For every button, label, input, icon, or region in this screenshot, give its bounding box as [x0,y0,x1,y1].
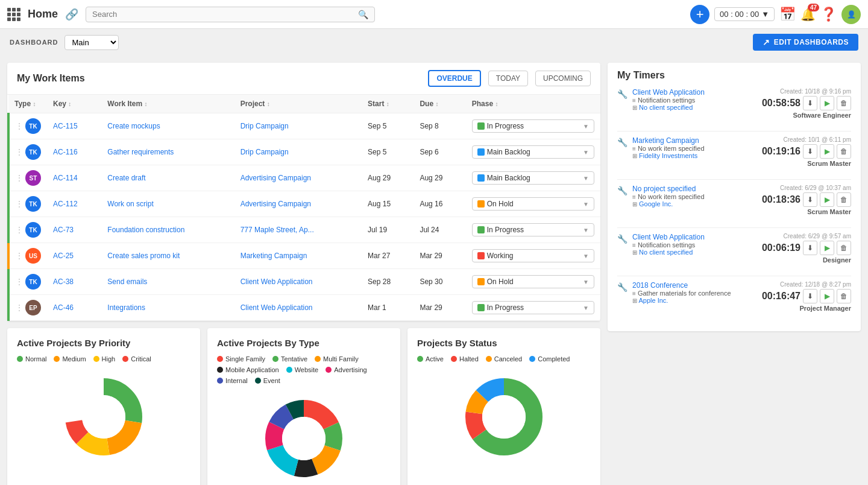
col-key[interactable]: Key ↕ [47,95,101,113]
drag-handle[interactable]: ⋮ [16,303,23,312]
row-project[interactable]: Drip Campaign [241,122,289,130]
row-project[interactable]: Advertising Campaign [241,174,311,182]
drag-handle[interactable]: ⋮ [16,174,23,182]
link-icon[interactable]: 🔗 [65,8,78,21]
timer-info: Client Web Application ≡ Notification se… [632,88,752,111]
row-workitem[interactable]: Gather requirements [107,148,174,156]
phase-select[interactable]: Main Backlog ▼ [472,145,594,159]
timer-delete-button[interactable]: 🗑 [837,289,851,303]
row-key[interactable]: AC-46 [53,303,74,312]
row-workitem[interactable]: Work on script [107,200,153,208]
timer-project[interactable]: Marketing Campaign [632,136,752,145]
timer-play-button[interactable]: ▶ [820,241,834,255]
timer-download-button[interactable]: ⬇ [803,192,817,207]
timer-client[interactable]: ⊞ Apple Inc. [632,297,752,304]
col-type[interactable]: Type ↕ [8,95,47,113]
row-project[interactable]: Marketing Campaign [241,252,307,260]
timer-project[interactable]: 2018 Conference [632,281,752,290]
row-due: Sep 6 [414,139,465,165]
add-button[interactable]: + [690,5,709,24]
timer-display[interactable]: 00 : 00 : 00 ▼ [714,7,775,21]
timer-download-button[interactable]: ⬇ [803,241,817,255]
row-project[interactable]: Client Web Application [241,277,313,286]
row-workitem[interactable]: Create mockups [107,122,160,130]
row-workitem[interactable]: Foundation construction [107,226,184,234]
row-workitem[interactable]: Create draft [107,174,145,182]
phase-select[interactable]: On Hold ▼ [472,197,594,211]
drag-handle[interactable]: ⋮ [16,226,23,234]
timer-play-button[interactable]: ▶ [820,144,834,159]
timer-right: Created: 6/29 @ 9:57 am 00:06:19 ⬇ ▶ 🗑 D… [757,233,851,264]
timer-play-button[interactable]: ▶ [820,96,834,110]
type-chart-card: Active Projects By Type Single Family Te… [207,328,400,485]
drag-handle[interactable]: ⋮ [16,277,23,286]
row-workitem[interactable]: Send emails [107,277,147,286]
timer-delete-button[interactable]: 🗑 [837,192,851,207]
row-key[interactable]: AC-112 [53,200,78,208]
drag-handle[interactable]: ⋮ [16,252,23,260]
row-key[interactable]: AC-25 [53,252,74,260]
timer-download-button[interactable]: ⬇ [803,289,817,303]
row-workitem[interactable]: Integrations [107,303,145,312]
row-key[interactable]: AC-115 [53,122,78,130]
timer-project[interactable]: Client Web Application [632,233,752,241]
phase-select[interactable]: In Progress ▼ [472,119,594,133]
notification-bell[interactable]: 🔔 47 [800,7,816,22]
phase-select[interactable]: Working ▼ [472,249,594,262]
filter-upcoming[interactable]: UPCOMING [535,71,591,86]
timer-wrench-icon: 🔧 [617,234,627,244]
user-avatar[interactable]: 👤 [841,5,861,24]
search-input[interactable] [92,10,358,19]
timer-project[interactable]: No project specified [632,185,752,193]
drag-handle[interactable]: ⋮ [16,122,23,130]
phase-select[interactable]: On Hold ▼ [472,275,594,288]
col-start[interactable]: Start ↕ [362,95,414,113]
phase-select[interactable]: In Progress ▼ [472,223,594,236]
timer-play-button[interactable]: ▶ [820,289,834,303]
calendar-icon[interactable]: 📅 [779,7,796,22]
row-workitem[interactable]: Create sales promo kit [107,252,180,260]
work-items-card: My Work Items OVERDUE TODAY UPCOMING Typ… [7,63,600,321]
row-key[interactable]: AC-38 [53,277,74,286]
row-project[interactable]: 777 Maple Street, Ap... [241,226,314,234]
drag-handle[interactable]: ⋮ [16,200,23,208]
timer-download-button[interactable]: ⬇ [803,96,817,110]
row-key[interactable]: AC-73 [53,226,74,234]
col-workitem[interactable]: Work Item ↕ [101,95,234,113]
timer-delete-button[interactable]: 🗑 [837,241,851,255]
row-project[interactable]: Advertising Campaign [241,200,311,208]
timer-project[interactable]: Client Web Application [632,88,752,97]
row-key[interactable]: AC-116 [53,148,78,156]
row-key[interactable]: AC-114 [53,174,78,182]
phase-select[interactable]: In Progress ▼ [472,301,594,314]
timer-client[interactable]: ⊞ No client specified [632,104,752,111]
dashboard-select[interactable]: Main Personal Team [64,35,119,50]
edit-dashboards-button[interactable]: ↗ EDIT DASHBOARDS [753,34,858,51]
row-project[interactable]: Client Web Application [241,303,313,312]
timer-client[interactable]: ⊞ No client specified [632,249,752,256]
drag-handle[interactable]: ⋮ [16,148,23,156]
timer-client[interactable]: ⊞ Fidelity Investments [632,152,752,159]
timer-time-row: 00:18:36 ⬇ ▶ 🗑 [757,192,851,207]
col-due[interactable]: Due ↕ [414,95,465,113]
timer-client[interactable]: ⊞ Google Inc. [632,200,752,208]
row-project[interactable]: Drip Campaign [241,148,289,156]
col-project[interactable]: Project ↕ [234,95,362,113]
timer-play-button[interactable]: ▶ [820,192,834,207]
type-avatar: TK [25,274,41,290]
svg-point-13 [282,417,326,460]
col-phase[interactable]: Phase ↕ [466,95,600,113]
grid-menu-icon[interactable] [7,8,20,21]
timer-download-button[interactable]: ⬇ [803,144,817,159]
help-icon[interactable]: ❓ [820,7,837,22]
timer-delete-button[interactable]: 🗑 [837,96,851,110]
phase-dot [477,304,485,311]
timer-separator [617,227,851,228]
filter-today[interactable]: TODAY [488,71,528,86]
timer-delete-button[interactable]: 🗑 [837,144,851,159]
app-title: Home [28,8,58,21]
phase-select[interactable]: Main Backlog ▼ [472,171,594,185]
filter-overdue[interactable]: OVERDUE [428,70,480,87]
timer-value: 00 : 00 : 00 [720,10,759,19]
dashboard-label: DASHBOARD [10,39,58,46]
